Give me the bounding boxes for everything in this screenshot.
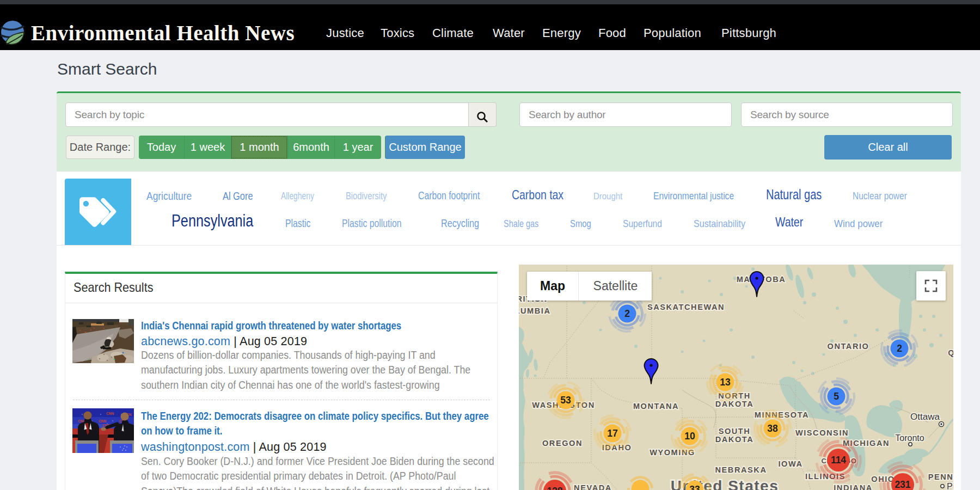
- svg-text:CNN: CNN: [99, 419, 106, 423]
- svg-text:2: 2: [624, 308, 630, 319]
- svg-text:NEVADA: NEVADA: [574, 483, 612, 490]
- svg-text:Pittsburgh: Pittsburgh: [947, 482, 953, 490]
- svg-text:2: 2: [897, 343, 902, 354]
- svg-text:Ottawa: Ottawa: [910, 412, 940, 422]
- svg-text:NEBRASKA: NEBRASKA: [715, 465, 767, 474]
- svg-text:33: 33: [689, 484, 700, 490]
- svg-text:SASKATCHEWAN: SASKATCHEWAN: [647, 303, 725, 311]
- svg-text:MONTANA: MONTANA: [633, 402, 679, 411]
- svg-text:WISCONSIN: WISCONSIN: [795, 428, 849, 437]
- svg-text:128: 128: [547, 486, 562, 490]
- svg-text:231: 231: [895, 479, 910, 490]
- svg-text:DAKOTA: DAKOTA: [715, 400, 754, 408]
- svg-text:53: 53: [560, 395, 571, 406]
- svg-text:SOUTH: SOUTH: [719, 427, 751, 436]
- svg-text:INDIANA: INDIANA: [834, 483, 873, 490]
- svg-text:10: 10: [684, 431, 695, 442]
- svg-text:OREGON: OREGON: [542, 439, 583, 448]
- svg-text:ONTARIO: ONTARIO: [828, 342, 869, 351]
- svg-text:DAKOTA: DAKOTA: [715, 435, 754, 444]
- svg-text:COLUMBIA: COLUMBIA: [519, 307, 550, 315]
- svg-text:QUEBEC: QUEBEC: [948, 348, 953, 357]
- svg-text:17: 17: [607, 428, 617, 439]
- svg-text:13: 13: [720, 377, 731, 388]
- svg-text:IOWA: IOWA: [778, 460, 803, 468]
- svg-text:CNN: CNN: [106, 412, 114, 415]
- svg-text:5: 5: [834, 391, 839, 402]
- svg-text:PENNSYLVANIA: PENNSYLVANIA: [928, 473, 953, 481]
- svg-text:WYOMING: WYOMING: [650, 448, 695, 457]
- svg-text:38: 38: [767, 423, 778, 434]
- svg-text:114: 114: [831, 455, 846, 465]
- svg-text:Toronto: Toronto: [895, 433, 924, 443]
